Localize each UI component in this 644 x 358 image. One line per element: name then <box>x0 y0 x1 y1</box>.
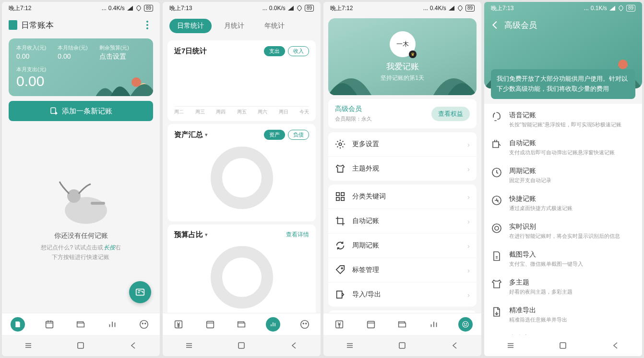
chevron-down-icon[interactable]: ▾ <box>205 132 208 138</box>
premium-item[interactable]: 周期记账固定开支自动记录 <box>491 161 635 189</box>
x-axis: 周二周三周四周五周六周日今天 <box>174 106 309 115</box>
face-icon <box>462 321 469 328</box>
premium-header: 高级会员 <box>484 14 642 36</box>
chart-icon <box>269 321 277 328</box>
view-benefits-button[interactable]: 查看权益 <box>431 107 470 121</box>
row-theme[interactable]: 主题外观› <box>328 156 477 181</box>
view-details-link[interactable]: 查看详情 <box>286 231 309 239</box>
svg-point-16 <box>306 323 307 324</box>
tab-yearly[interactable]: 年统计 <box>257 19 292 33</box>
grid-icon <box>335 191 346 202</box>
svg-point-18 <box>339 143 342 146</box>
premium-item[interactable]: 实时识别在进行智能记账时，将会实时显示识别后的信息 <box>491 217 635 245</box>
premium-item[interactable]: 截图导入支付宝、微信账单截图一键导入 <box>491 245 635 273</box>
back-arrow-icon[interactable] <box>490 20 501 30</box>
home-icon[interactable] <box>398 341 406 350</box>
menu-button[interactable] <box>142 21 153 29</box>
panel-assets-title[interactable]: 资产汇总 <box>174 130 203 139</box>
nav-calendar[interactable] <box>355 313 387 335</box>
wallet-icon <box>75 319 86 330</box>
member-row[interactable]: 高级会员 会员期限：永久 查看权益 <box>328 99 477 128</box>
row-tags[interactable]: 标签管理› <box>328 258 477 282</box>
add-note-icon <box>49 107 58 115</box>
home-icon[interactable] <box>237 341 246 350</box>
premium-item[interactable]: 语音记账长按"智能记账"悬浮按钮，即可实现5秒极速记账 <box>491 106 635 134</box>
bottom-nav <box>323 313 481 335</box>
panel-budget-title[interactable]: 预算占比 <box>174 230 203 239</box>
premium-item[interactable]: 多主题好看的夜间主题，多彩主题 <box>491 273 635 301</box>
budget-value[interactable]: 点击设置 <box>99 52 129 61</box>
feature-title: 快捷记账 <box>509 195 635 203</box>
back-icon[interactable] <box>290 341 298 350</box>
feature-sub: 支付宝、微信账单截图一键导入 <box>509 260 635 268</box>
nav-stats[interactable] <box>96 313 128 335</box>
dashboard-card[interactable]: 本月收入(元)0.00 本月结余(元)0.00 剩余预算(元)点击设置 本月支出… <box>9 38 153 96</box>
chip-income[interactable]: 收入 <box>288 46 309 56</box>
recent-icon[interactable] <box>185 341 193 350</box>
home-icon[interactable] <box>559 341 567 350</box>
nav-stats[interactable] <box>257 313 289 335</box>
chip-debt[interactable]: 负债 <box>288 130 309 140</box>
face-icon <box>139 319 149 330</box>
chip-expense[interactable]: 支出 <box>264 46 285 56</box>
svg-point-35 <box>495 226 499 230</box>
svg-rect-19 <box>336 193 339 196</box>
nav-home[interactable] <box>2 313 34 335</box>
app-header: 日常账本 <box>2 14 160 36</box>
row-more-settings[interactable]: 更多设置› <box>328 132 477 156</box>
crop-icon <box>335 216 346 226</box>
svg-point-29 <box>466 323 466 324</box>
recent-icon[interactable] <box>506 341 515 350</box>
row-period[interactable]: 周期记账› <box>328 233 477 258</box>
recent-icon[interactable] <box>24 341 33 350</box>
back-icon[interactable] <box>451 341 459 350</box>
row-auto[interactable]: 自动记账› <box>328 209 477 233</box>
feature-title: 精准导出 <box>509 306 635 315</box>
nav-wallet[interactable] <box>387 313 418 335</box>
row-import-export[interactable]: 导入/导出› <box>328 282 477 307</box>
nav-calendar[interactable] <box>194 313 226 335</box>
svg-point-34 <box>492 224 501 233</box>
premium-item[interactable]: 多账本多套账本，管理更明确，记账更清晰 <box>491 329 635 335</box>
feature-title: 自动记账 <box>509 139 635 148</box>
yen-icon <box>334 319 345 330</box>
premium-item[interactable]: 精准导出精准筛选任意账单并导出 <box>491 301 635 329</box>
row-categories[interactable]: 分类关键词› <box>328 185 477 209</box>
premium-item[interactable]: 快捷记账通过桌面快捷方式极速记账 <box>491 189 635 217</box>
quick-record-fab[interactable] <box>129 281 151 303</box>
nav-profile[interactable] <box>450 313 481 335</box>
feature-icon <box>491 167 502 178</box>
back-icon[interactable] <box>611 341 620 350</box>
nav-stats[interactable] <box>418 313 450 335</box>
svg-point-15 <box>303 323 304 324</box>
decor-left-icon <box>328 52 386 95</box>
nav-profile[interactable] <box>289 313 321 335</box>
nav-calendar[interactable] <box>34 313 65 335</box>
nav-wallet[interactable] <box>226 313 258 335</box>
tab-daily[interactable]: 日常统计 <box>169 19 212 33</box>
svg-rect-26 <box>367 321 374 328</box>
add-record-button[interactable]: 添加一条新记账 <box>9 101 153 121</box>
chip-asset[interactable]: 资产 <box>264 130 285 140</box>
svg-rect-5 <box>91 202 105 205</box>
stats-tabs: 日常统计 月统计 年统计 <box>163 14 321 37</box>
nav-profile[interactable] <box>128 313 160 335</box>
premium-item[interactable]: 自动记账支付成功后即可自动弹出记账悬浮窗快速记账 <box>491 134 635 161</box>
back-icon[interactable] <box>129 341 138 350</box>
svg-point-9 <box>142 323 143 324</box>
member-title: 高级会员 <box>335 105 431 113</box>
tab-monthly[interactable]: 月统计 <box>216 19 252 33</box>
chevron-down-icon[interactable]: ▾ <box>205 232 208 238</box>
nav-home[interactable] <box>323 313 355 335</box>
recent-icon[interactable] <box>346 341 354 350</box>
avatar[interactable]: 一木♛ <box>390 31 416 57</box>
svg-rect-30 <box>399 343 405 348</box>
status-bar: 晚上7:12 ...0.4K/s 89 <box>323 2 481 14</box>
feature-sub: 在进行智能记账时，将会实时显示识别后的信息 <box>509 233 635 240</box>
home-icon[interactable] <box>76 341 85 350</box>
svg-point-31 <box>618 60 628 69</box>
empty-illustration-icon <box>45 172 117 225</box>
feature-icon <box>491 195 502 206</box>
nav-wallet[interactable] <box>65 313 97 335</box>
nav-home[interactable] <box>163 313 194 335</box>
